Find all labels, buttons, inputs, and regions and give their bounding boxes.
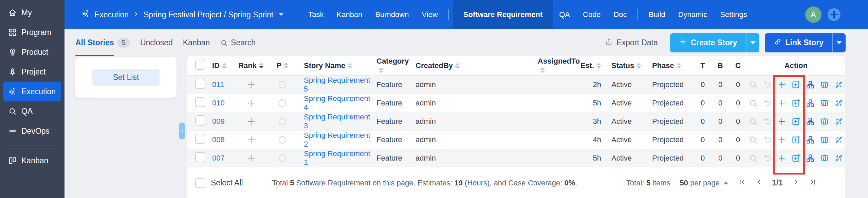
column-header-phase[interactable]: Phase	[648, 61, 694, 70]
header-checkbox[interactable]	[195, 60, 205, 70]
revert-story-button[interactable]	[762, 80, 773, 90]
row-checkbox[interactable]	[195, 115, 205, 126]
column-header-rank[interactable]: Rank	[235, 61, 267, 70]
sidebar-item-program[interactable]: Program	[3, 22, 61, 42]
breadcrumb-project-switcher[interactable]: Spring Festival Project / Spring Sprint	[144, 10, 273, 19]
nav-item-kanban[interactable]: Kanban	[330, 0, 369, 29]
sidebar-item-my[interactable]: My	[3, 3, 61, 22]
column-header-p[interactable]: P	[267, 61, 298, 70]
nav-item-code[interactable]: Code	[576, 0, 607, 29]
story-name-link[interactable]: Spring Requirement 5	[304, 76, 370, 93]
create-test-case-button[interactable]	[819, 135, 830, 145]
per-page-selector[interactable]: 50 per page	[680, 179, 728, 187]
story-id-link[interactable]: 008	[212, 135, 225, 144]
column-header-status[interactable]: Status	[607, 61, 648, 70]
tab-all-stories[interactable]: All Stories5	[75, 29, 130, 56]
column-header-ato[interactable]: AssignedTo	[534, 57, 580, 75]
story-name-link[interactable]: Spring Requirement 4	[304, 94, 370, 112]
search-story-button[interactable]	[748, 98, 758, 108]
nav-item-dynamic[interactable]: Dynamic	[672, 0, 714, 29]
column-header-cby[interactable]: CreatedBy	[411, 61, 534, 70]
sidebar-item-qa[interactable]: QA	[3, 101, 61, 121]
link-story-button[interactable]: Link Story	[765, 33, 832, 52]
prev-page-button[interactable]	[755, 178, 763, 188]
batch-create-tasks-button[interactable]	[791, 80, 801, 90]
split-story-button[interactable]	[834, 98, 844, 108]
batch-create-tasks-button[interactable]	[791, 153, 801, 163]
column-header-id[interactable]: ID	[208, 61, 235, 70]
subdivide-story-button[interactable]	[805, 135, 815, 145]
split-story-button[interactable]	[834, 80, 844, 90]
tab-unclosed[interactable]: Unclosed	[140, 29, 173, 56]
row-checkbox[interactable]	[195, 79, 205, 89]
create-test-case-button[interactable]	[819, 80, 830, 90]
create-task-button[interactable]	[777, 116, 787, 127]
story-name-link[interactable]: Spring Requirement 2	[304, 131, 370, 148]
batch-create-tasks-button[interactable]	[791, 98, 801, 108]
nav-item-task[interactable]: Task	[302, 0, 330, 29]
global-add-button[interactable]	[826, 6, 842, 23]
create-task-button[interactable]	[777, 98, 787, 108]
revert-story-button[interactable]	[762, 153, 773, 163]
set-list-button[interactable]: Set List	[92, 69, 160, 86]
row-checkbox[interactable]	[195, 152, 205, 162]
story-id-link[interactable]: 010	[212, 99, 225, 107]
story-name-link[interactable]: Spring Requirement 3	[304, 113, 370, 130]
search-button[interactable]: Search	[220, 38, 256, 47]
select-all-checkbox[interactable]	[195, 178, 205, 188]
sidebar-item-product[interactable]: Product	[3, 42, 61, 62]
story-id-link[interactable]: 011	[212, 80, 224, 89]
nav-item-build[interactable]: Build	[642, 0, 672, 29]
column-header-name[interactable]: Story Name	[298, 61, 372, 70]
create-story-button[interactable]: Create Story	[670, 33, 746, 52]
subdivide-story-button[interactable]	[805, 116, 815, 127]
nav-item-settings[interactable]: Settings	[714, 0, 754, 29]
drag-handle[interactable]	[235, 80, 267, 89]
search-story-button[interactable]	[748, 135, 758, 145]
tab-kanban[interactable]: Kanban	[183, 29, 210, 56]
drag-handle[interactable]	[235, 135, 267, 144]
nav-item-software-requirement[interactable]: Software Requirement	[453, 0, 553, 29]
story-id-link[interactable]: 009	[212, 117, 225, 126]
search-story-button[interactable]	[748, 116, 758, 127]
split-story-button[interactable]	[834, 135, 844, 145]
split-story-button[interactable]	[834, 153, 844, 163]
nav-item-doc[interactable]: Doc	[607, 0, 633, 29]
sidebar-item-project[interactable]: Project	[3, 62, 61, 82]
story-id-link[interactable]: 007	[212, 154, 225, 162]
drag-handle[interactable]	[235, 117, 267, 126]
sidebar-item-execution[interactable]: Execution	[3, 82, 61, 101]
revert-story-button[interactable]	[762, 135, 773, 145]
subdivide-story-button[interactable]	[805, 80, 815, 90]
drag-handle[interactable]	[235, 154, 267, 163]
search-story-button[interactable]	[748, 80, 758, 90]
split-story-button[interactable]	[834, 116, 844, 127]
create-task-button[interactable]	[777, 135, 787, 145]
row-checkbox[interactable]	[195, 134, 205, 144]
panel-collapse-handle[interactable]	[179, 122, 185, 139]
story-name-link[interactable]: Spring Requirement 1	[304, 149, 370, 167]
breadcrumb-section[interactable]: Execution	[94, 10, 129, 19]
avatar[interactable]: A	[805, 6, 821, 23]
row-checkbox[interactable]	[195, 97, 205, 107]
batch-create-tasks-button[interactable]	[791, 135, 801, 145]
create-test-case-button[interactable]	[819, 98, 830, 108]
sidebar-item-devops[interactable]: DevOps	[3, 121, 61, 141]
batch-create-tasks-button[interactable]	[791, 116, 801, 127]
subdivide-story-button[interactable]	[805, 98, 815, 108]
sidebar-item-kanban[interactable]: Kanban	[3, 151, 61, 170]
create-test-case-button[interactable]	[819, 153, 830, 163]
create-story-dropdown-toggle[interactable]	[746, 33, 759, 52]
subdivide-story-button[interactable]	[805, 153, 815, 163]
create-test-case-button[interactable]	[819, 116, 830, 127]
column-header-cat[interactable]: Category	[372, 57, 411, 75]
drag-handle[interactable]	[235, 99, 267, 108]
nav-item-qa[interactable]: QA	[553, 0, 576, 29]
first-page-button[interactable]	[738, 178, 746, 188]
search-story-button[interactable]	[748, 153, 758, 163]
column-header-est[interactable]: Est.	[580, 61, 607, 70]
revert-story-button[interactable]	[762, 98, 773, 108]
next-page-button[interactable]	[792, 178, 800, 188]
revert-story-button[interactable]	[762, 116, 773, 127]
create-task-button[interactable]	[777, 80, 787, 90]
